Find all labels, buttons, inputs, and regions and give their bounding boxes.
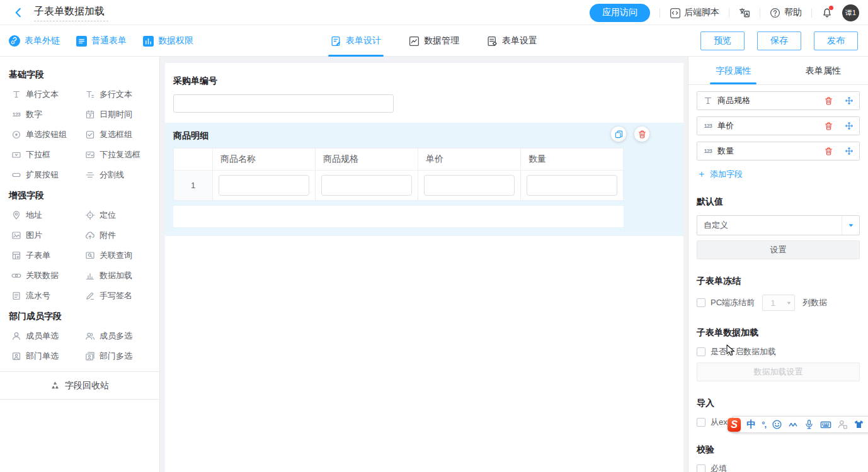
data-permission-button[interactable]: 数据权限: [143, 35, 193, 47]
field-type-item[interactable]: 下拉复选框: [85, 145, 159, 165]
text-field-widget[interactable]: 采购单编号: [165, 63, 683, 113]
avatar[interactable]: 谭1: [842, 4, 859, 21]
document-icon: [76, 36, 87, 47]
field-type-item[interactable]: 成员多选: [85, 326, 159, 346]
ime-logo[interactable]: S: [728, 418, 741, 432]
member-multi-icon: [85, 331, 95, 341]
subform-column-header[interactable]: 单价: [418, 149, 521, 171]
microphone-icon[interactable]: [804, 419, 814, 430]
field-type-item[interactable]: 扩展按钮: [11, 165, 85, 185]
copy-widget-button[interactable]: [611, 126, 626, 142]
delete-widget-button[interactable]: [634, 126, 649, 142]
field-type-item[interactable]: 下拉框: [11, 145, 85, 165]
subform-column-header[interactable]: 商品名称: [213, 149, 316, 171]
field-type-item[interactable]: 地址: [11, 205, 85, 225]
backend-script-button[interactable]: 后端脚本: [670, 7, 719, 18]
field-type-item[interactable]: 定位: [85, 205, 159, 225]
purchase-no-input[interactable]: [173, 94, 394, 113]
field-type-item[interactable]: 子表单: [11, 245, 85, 266]
field-type-item[interactable]: 流水号: [11, 286, 85, 306]
app-access-button[interactable]: 应用访问: [590, 4, 650, 22]
subform-cell-input[interactable]: [219, 175, 309, 196]
subform-table: 商品名称 商品规格 单价 数量 1: [173, 148, 624, 201]
subfield-card[interactable]: 商品规格: [697, 91, 860, 110]
page-title[interactable]: 子表单数据加载: [34, 4, 108, 21]
ime-language-toggle[interactable]: 中: [746, 419, 756, 430]
tab-form-properties[interactable]: 表单属性: [779, 57, 868, 84]
field-type-item[interactable]: 单行文本: [11, 84, 85, 104]
subform-widget-actions: [611, 126, 649, 142]
tab-form-settings[interactable]: 表单设置: [487, 25, 537, 57]
subform-widget-selected[interactable]: 商品明细 商品名称 商品规格 单价 数量 1: [165, 123, 683, 236]
subfield-card[interactable]: 123 数量: [697, 142, 860, 160]
save-button[interactable]: 保存: [757, 31, 801, 50]
row-index: 1: [174, 171, 213, 201]
help-button[interactable]: 帮助: [770, 7, 802, 18]
move-field-icon[interactable]: [845, 121, 854, 130]
freeze-checkbox[interactable]: [697, 298, 705, 307]
subform-column-header[interactable]: 商品规格: [316, 149, 418, 171]
ime-punctuation-toggle[interactable]: °,: [762, 420, 766, 429]
required-checkbox[interactable]: [697, 464, 705, 472]
skin-shirt-icon[interactable]: [854, 419, 864, 430]
field-type-item[interactable]: 分割线: [85, 165, 159, 185]
back-icon[interactable]: [13, 7, 24, 18]
translate-button[interactable]: [739, 7, 750, 18]
field-label: 采购单编号: [173, 76, 675, 87]
subform-cell-input[interactable]: [321, 175, 412, 196]
freeze-count-select[interactable]: 1: [762, 295, 795, 311]
field-type-item[interactable]: 关联数据: [11, 266, 85, 286]
field-type-item[interactable]: 部门多选: [85, 346, 159, 366]
address-icon: [11, 210, 21, 220]
serial-icon: [11, 291, 21, 301]
move-field-icon[interactable]: [845, 96, 854, 105]
delete-field-icon[interactable]: [824, 96, 833, 106]
import-excel-checkbox[interactable]: [697, 418, 705, 427]
dataload-checkbox[interactable]: [697, 347, 705, 356]
field-type-item[interactable]: 数据加载: [85, 266, 159, 286]
add-field-button[interactable]: ＋ 添加字段: [697, 168, 860, 180]
field-type-item[interactable]: 部门单选: [11, 346, 85, 366]
subfield-card[interactable]: 123 单价: [697, 116, 860, 135]
carets-icon[interactable]: [788, 420, 798, 430]
subform-cell-input[interactable]: [527, 175, 617, 196]
field-type-item[interactable]: 关联查询: [85, 245, 159, 266]
field-type-item[interactable]: 123数字: [11, 104, 85, 125]
field-type-item[interactable]: 单选按钮组: [11, 125, 85, 145]
notification-bell-icon[interactable]: [821, 7, 833, 18]
default-value-select[interactable]: 自定义: [697, 215, 860, 235]
table-cell: [316, 171, 418, 201]
field-type-item[interactable]: 复选框组: [85, 125, 159, 145]
default-value-settings-button[interactable]: 设置: [697, 240, 860, 259]
tab-data-manage[interactable]: 数据管理: [409, 25, 459, 57]
subform-cell-input[interactable]: [424, 175, 515, 196]
delete-field-icon[interactable]: [824, 121, 833, 131]
checkbox-group-icon: [85, 130, 95, 140]
table-cell: [521, 171, 624, 201]
publish-button[interactable]: 发布: [814, 31, 858, 50]
field-type-item[interactable]: 成员单选: [11, 326, 85, 346]
subform-column-header[interactable]: 数量: [521, 149, 624, 171]
field-type-item[interactable]: 手写签名: [85, 286, 159, 306]
keyboard-icon[interactable]: [820, 419, 831, 430]
linked-query-icon: [85, 250, 95, 261]
move-field-icon[interactable]: [845, 147, 854, 155]
normal-form-button[interactable]: 普通表单: [76, 35, 127, 47]
field-type-item[interactable]: 图片: [11, 225, 85, 245]
field-type-item[interactable]: 附件: [85, 225, 159, 245]
person-device-icon[interactable]: [837, 419, 848, 430]
divider: [660, 8, 660, 18]
field-recycle-bin[interactable]: 字段回收站: [0, 371, 159, 400]
signature-icon: [85, 291, 95, 301]
default-value-title: 默认值: [697, 196, 860, 208]
form-external-link-button[interactable]: 表单外链: [9, 35, 60, 47]
import-section-title: 导入: [697, 398, 860, 409]
emoji-icon[interactable]: [772, 419, 782, 430]
field-type-item[interactable]: 多行文本: [85, 84, 159, 104]
field-type-item[interactable]: 日期时间: [85, 104, 159, 125]
preview-button[interactable]: 预览: [700, 31, 745, 50]
tab-form-design[interactable]: 表单设计: [331, 25, 381, 57]
basic-fields-grid: 单行文本 多行文本 123数字 日期时间 单选按钮组 复选框组 下拉框 下拉复选…: [0, 84, 159, 185]
tab-field-properties[interactable]: 字段属性: [688, 57, 779, 84]
delete-field-icon[interactable]: [824, 147, 833, 156]
